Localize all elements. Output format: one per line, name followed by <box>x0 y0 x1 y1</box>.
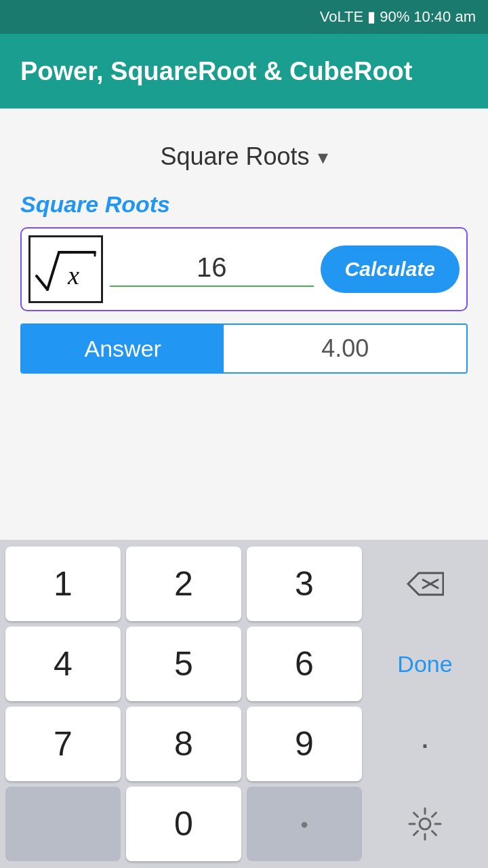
svg-text:x: x <box>67 261 79 290</box>
svg-line-0 <box>37 276 47 290</box>
key-empty-left <box>5 787 121 861</box>
mode-dropdown[interactable]: Square Roots ▾ <box>160 142 327 171</box>
sqrt-icon: x <box>28 235 103 303</box>
key-5[interactable]: 5 <box>126 627 241 701</box>
keyboard: 1 2 3 4 5 6 Done 7 8 9 · 0 ● <box>0 540 488 868</box>
svg-line-16 <box>414 831 418 835</box>
answer-label: Answer <box>22 325 224 372</box>
status-battery-icon: ▮ <box>367 8 375 26</box>
dropdown-label: Square Roots <box>160 142 309 171</box>
key-2[interactable]: 2 <box>126 547 241 621</box>
svg-marker-5 <box>408 573 443 595</box>
status-signal: VoLTE <box>320 8 363 26</box>
key-3[interactable]: 3 <box>247 547 362 621</box>
dot-indicator: ● <box>300 816 308 832</box>
key-done[interactable]: Done <box>367 627 483 701</box>
keyboard-row-3: 7 8 9 · <box>5 707 483 781</box>
keyboard-row-2: 4 5 6 Done <box>5 627 483 701</box>
status-bar: VoLTE ▮ 90% 10:40 am <box>0 0 488 34</box>
svg-line-14 <box>432 831 436 835</box>
key-backspace[interactable] <box>367 547 483 621</box>
key-empty-right: ● <box>247 787 362 861</box>
number-input[interactable] <box>110 252 314 287</box>
svg-line-15 <box>432 813 436 817</box>
status-battery: 90% <box>380 8 409 26</box>
app-bar: Power, SquareRoot & CubeRoot <box>0 34 488 108</box>
calculate-button[interactable]: Calculate <box>321 245 460 293</box>
key-8[interactable]: 8 <box>126 707 241 781</box>
key-0[interactable]: 0 <box>126 787 241 861</box>
key-6[interactable]: 6 <box>247 627 362 701</box>
key-settings[interactable] <box>367 787 483 861</box>
answer-row: Answer 4.00 <box>20 323 468 374</box>
app-title: Power, SquareRoot & CubeRoot <box>20 57 412 86</box>
svg-point-8 <box>420 818 430 829</box>
answer-value: 4.00 <box>224 325 466 372</box>
key-1[interactable]: 1 <box>5 547 121 621</box>
dropdown-row: Square Roots ▾ <box>20 142 468 171</box>
status-time: 10:40 am <box>413 8 476 26</box>
section-title: Square Roots <box>20 191 468 218</box>
content-area: Square Roots ▾ Square Roots x Calculate <box>0 108 488 374</box>
keyboard-row-4: 0 ● <box>5 787 483 861</box>
chevron-down-icon: ▾ <box>318 145 328 169</box>
keyboard-row-1: 1 2 3 <box>5 547 483 621</box>
input-area <box>110 252 314 287</box>
calculator-box: x Calculate <box>20 227 468 311</box>
svg-line-13 <box>414 813 418 817</box>
key-7[interactable]: 7 <box>5 707 121 781</box>
key-9[interactable]: 9 <box>247 707 362 781</box>
svg-line-1 <box>47 252 59 290</box>
key-dot[interactable]: · <box>367 707 483 781</box>
key-4[interactable]: 4 <box>5 627 121 701</box>
